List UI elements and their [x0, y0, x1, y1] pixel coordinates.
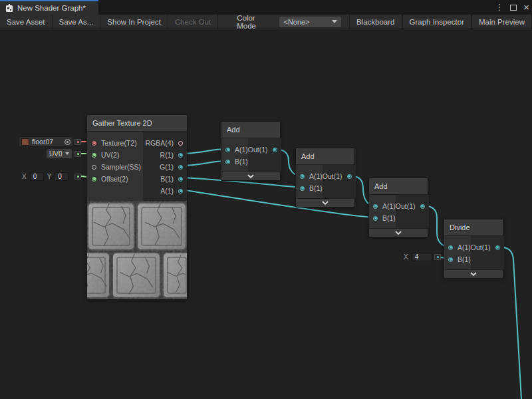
- node-divide[interactable]: Divide A(1) B(1) Out(1): [444, 219, 503, 279]
- menu-icon[interactable]: ⋮: [495, 0, 503, 15]
- output-port-out[interactable]: [347, 174, 352, 179]
- expand-preview-button[interactable]: [221, 172, 280, 180]
- texture-thumbnail: [21, 138, 29, 146]
- uv-field-port[interactable]: [74, 151, 81, 157]
- offset-field-port[interactable]: [74, 174, 81, 180]
- texture-preview: [87, 201, 187, 299]
- node-title[interactable]: Add: [369, 178, 428, 195]
- save-asset-button[interactable]: Save Asset: [0, 15, 53, 29]
- object-picker-icon[interactable]: [65, 139, 70, 145]
- expand-preview-button[interactable]: [296, 198, 354, 207]
- node-gather-texture-2d[interactable]: Gather Texture 2D Texture(T2) UV(2) Samp…: [86, 114, 188, 300]
- port-label: Out(1): [471, 243, 491, 251]
- port-label: A(1): [235, 146, 248, 154]
- port-label: B(1): [458, 255, 471, 263]
- node-title[interactable]: Add: [221, 122, 280, 138]
- chevron-down-icon: [469, 272, 477, 277]
- input-port-texture[interactable]: [92, 141, 96, 146]
- port-label: Out(1): [396, 202, 416, 210]
- node-add-1[interactable]: Add A(1) B(1) Out(1): [221, 121, 281, 181]
- check-out-button: Check Out: [168, 15, 218, 29]
- y-value-field[interactable]: 0: [55, 172, 68, 181]
- port-label: B(1): [235, 158, 248, 166]
- node-title[interactable]: Add: [296, 148, 354, 165]
- shader-graph-toolbar: Save Asset Save As... Show In Project Ch…: [0, 15, 532, 29]
- tab-title: New Shader Graph*: [17, 4, 86, 12]
- port-label: A(1): [382, 202, 396, 210]
- window-title-bar: New Shader Graph* ⋮ ×: [0, 0, 532, 15]
- color-mode-dropdown[interactable]: <None>: [279, 17, 340, 27]
- output-port-a[interactable]: [178, 189, 183, 194]
- output-port-out[interactable]: [420, 204, 425, 209]
- port-label: A(1): [458, 243, 471, 251]
- port-label: Texture(T2): [101, 139, 137, 147]
- texture-object-field[interactable]: floor07: [19, 136, 73, 147]
- output-port-r[interactable]: [178, 153, 183, 158]
- chevron-down-icon: [394, 231, 402, 235]
- port-label: B(1): [309, 184, 323, 192]
- main-preview-toggle-button[interactable]: Main Preview: [471, 15, 532, 29]
- input-port-a[interactable]: [300, 174, 305, 179]
- output-port-rgba[interactable]: [178, 141, 183, 146]
- node-title[interactable]: Gather Texture 2D: [87, 115, 187, 132]
- expand-preview-button[interactable]: [369, 228, 428, 237]
- expand-preview-button[interactable]: [444, 269, 503, 278]
- chevron-down-icon: [321, 201, 329, 205]
- port-label: Out(1): [323, 172, 342, 180]
- chevron-down-icon: [65, 152, 69, 155]
- input-port-offset[interactable]: [92, 177, 96, 182]
- node-add-2[interactable]: Add A(1) B(1) Out(1): [295, 148, 355, 207]
- port-label: Out(1): [248, 146, 268, 154]
- divide-b-field-port[interactable]: [434, 254, 441, 260]
- input-port-b[interactable]: [373, 216, 378, 221]
- color-mode-value: <None>: [283, 18, 331, 26]
- node-title[interactable]: Divide: [444, 219, 503, 236]
- x-label: X: [22, 173, 27, 180]
- uv-channel-value: UV0: [49, 150, 63, 158]
- connection-wires: [0, 29, 532, 399]
- port-label: A(1): [309, 172, 323, 180]
- show-in-project-button[interactable]: Show In Project: [100, 15, 168, 29]
- node-add-3[interactable]: Add A(1) B(1) Out(1): [368, 178, 428, 237]
- color-mode-label: Color Mode: [231, 15, 279, 29]
- uv-channel-dropdown[interactable]: UV0: [47, 149, 72, 158]
- tab-shader-graph[interactable]: New Shader Graph*: [0, 0, 98, 15]
- x-label: X: [404, 253, 408, 261]
- input-port-b[interactable]: [300, 186, 305, 191]
- y-label: Y: [47, 173, 52, 180]
- maximize-icon[interactable]: [510, 5, 517, 11]
- shader-graph-asset-icon: [5, 4, 13, 12]
- texture-name: floor07: [32, 138, 62, 146]
- port-label: B(1): [160, 175, 174, 183]
- texture-field-port[interactable]: [74, 139, 81, 145]
- save-as-button[interactable]: Save As...: [53, 15, 101, 29]
- x-value-field[interactable]: 4: [412, 253, 432, 261]
- offset-vector2-field: X 0 Y 0: [22, 172, 68, 181]
- input-port-a[interactable]: [225, 148, 230, 152]
- x-value-field[interactable]: 0: [30, 172, 44, 181]
- input-port-sampler[interactable]: [92, 165, 96, 170]
- divide-b-float-field: X 4: [404, 252, 432, 261]
- port-label: G(1): [160, 163, 174, 171]
- graph-inspector-toggle-button[interactable]: Graph Inspector: [402, 15, 471, 29]
- input-port-b[interactable]: [448, 257, 453, 262]
- input-port-uv[interactable]: [92, 153, 96, 158]
- input-port-a[interactable]: [373, 204, 378, 209]
- chevron-down-icon: [247, 174, 255, 179]
- close-icon[interactable]: ×: [523, 0, 529, 15]
- port-label: A(1): [160, 187, 174, 195]
- port-label: B(1): [382, 214, 396, 222]
- output-port-out[interactable]: [495, 245, 500, 250]
- blackboard-toggle-button[interactable]: Blackboard: [349, 15, 402, 29]
- port-label: RGBA(4): [145, 139, 174, 147]
- graph-canvas[interactable]: Gather Texture 2D Texture(T2) UV(2) Samp…: [0, 29, 532, 399]
- port-label: R(1): [160, 151, 174, 159]
- output-port-out[interactable]: [273, 148, 277, 152]
- output-port-b[interactable]: [178, 177, 183, 182]
- port-label: Sampler(SS): [101, 163, 141, 171]
- port-label: Offset(2): [101, 175, 128, 183]
- output-port-g[interactable]: [178, 165, 183, 170]
- input-port-a[interactable]: [448, 245, 453, 250]
- input-port-b[interactable]: [225, 160, 230, 164]
- port-label: UV(2): [101, 151, 119, 159]
